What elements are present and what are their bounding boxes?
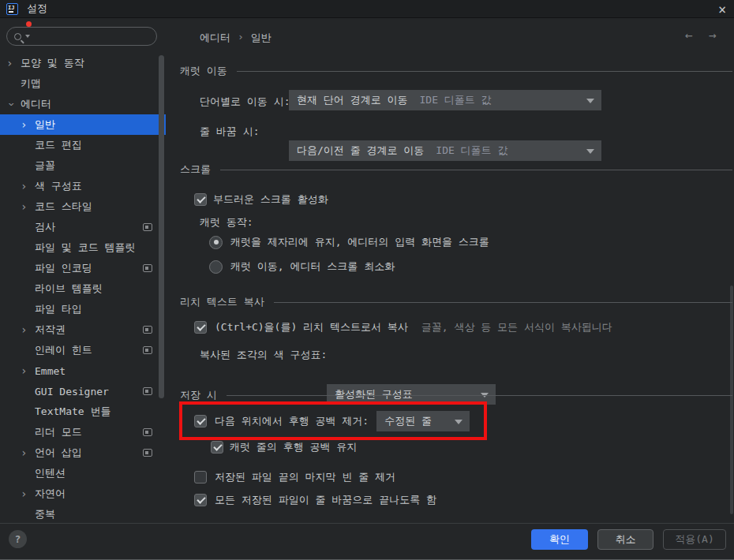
- sidebar-item-textmate-bundles[interactable]: ›TextMate 번들: [0, 401, 166, 422]
- close-icon[interactable]: ×: [710, 0, 734, 18]
- sidebar-item-file-types[interactable]: ›파일 타입: [0, 299, 166, 319]
- sidebar-item-language-injections[interactable]: ›언어 삽입: [0, 442, 166, 463]
- chevron-down-icon: [455, 420, 462, 424]
- sidebar-item-file-encodings[interactable]: ›파일 인코딩: [0, 258, 166, 278]
- project-settings-icon: [143, 387, 152, 395]
- ensure-newline-label: 모든 저장된 파일이 줄 바꿈으로 끝나도록 함: [215, 493, 436, 507]
- section-scrolling: 스크롤: [180, 162, 732, 177]
- smooth-scroll-checkbox[interactable]: [194, 193, 207, 206]
- project-settings-icon: [143, 346, 152, 354]
- sidebar-item-label: 검사: [35, 220, 55, 234]
- sidebar-item-font[interactable]: ›글꼴: [0, 155, 166, 176]
- chevron-right-icon[interactable]: ›: [6, 58, 21, 69]
- keep-caret-whitespace-option[interactable]: 캐럿 줄의 후행 공백 유지: [211, 437, 357, 457]
- word-move-label: 단어별로 이동 시:: [200, 95, 290, 109]
- sidebar-item-natural-languages[interactable]: ›자연어: [0, 483, 166, 504]
- strip-whitespace-option[interactable]: 다음 위치에서 후행 공백 제거: 수정된 줄: [194, 411, 470, 431]
- sidebar-item-label: 키맵: [21, 77, 41, 91]
- rich-copy-option[interactable]: (Ctrl+C)을(를) 리치 텍스트로서 복사 글꼴, 색상 등 모든 서식이…: [194, 317, 612, 338]
- caret-keep-option[interactable]: 캐럿을 제자리에 유지, 에디터의 입력 화면을 스크롤: [209, 235, 489, 249]
- breadcrumb-general: 일반: [251, 31, 272, 45]
- sidebar-item-appearance-behavior[interactable]: ›모양 및 동작: [0, 53, 166, 73]
- keep-caret-whitespace-checkbox[interactable]: [211, 441, 223, 454]
- sidebar-item-label: 코드 스타일: [35, 200, 92, 214]
- remove-blank-lines-label: 저장된 파일 끝의 마지막 빈 줄 제거: [215, 470, 395, 484]
- remove-blank-lines-option[interactable]: 저장된 파일 끝의 마지막 빈 줄 제거: [194, 467, 395, 487]
- back-arrow-icon[interactable]: ←: [685, 28, 693, 43]
- ensure-newline-checkbox[interactable]: [194, 494, 207, 506]
- keep-caret-whitespace-label: 캐럿 줄의 후행 공백 유지: [230, 440, 357, 454]
- ensure-newline-option[interactable]: 모든 저장된 파일이 줄 바꿈으로 끝나도록 함: [194, 490, 436, 510]
- strip-whitespace-select[interactable]: 수정된 줄: [376, 411, 470, 431]
- sidebar-item-keymap[interactable]: ›키맵: [0, 73, 166, 94]
- chevron-right-icon[interactable]: ›: [21, 181, 35, 192]
- sidebar-item-inspections[interactable]: ›검사: [0, 217, 166, 237]
- section-on-save: 저장 시: [180, 388, 732, 402]
- sidebar-item-label: 파일 및 코드 템플릿: [35, 241, 135, 255]
- sidebar-item-gui-designer[interactable]: ›GUI Designer: [0, 381, 166, 401]
- strip-whitespace-label: 다음 위치에서 후행 공백 제거:: [215, 414, 369, 428]
- section-title: 캐럿 이동: [180, 64, 227, 78]
- chevron-right-icon[interactable]: ›: [21, 365, 35, 376]
- sidebar-item-editor[interactable]: ›에디터: [0, 94, 166, 114]
- chevron-right-icon[interactable]: ›: [21, 324, 35, 335]
- sidebar-item-live-templates[interactable]: ›라이브 템플릿: [0, 278, 166, 299]
- sidebar-item-reader-mode[interactable]: ›리더 모드: [0, 422, 166, 442]
- caret-move-radio[interactable]: [209, 260, 223, 274]
- section-rich-copy: 리치 텍스트 복사: [180, 295, 732, 309]
- section-title: 리치 텍스트 복사: [180, 295, 264, 309]
- sidebar-item-general[interactable]: ›일반: [0, 114, 166, 135]
- help-button[interactable]: ?: [9, 530, 27, 548]
- sidebar-scrollbar-thumb[interactable]: [159, 55, 164, 398]
- caret-keep-label: 캐럿을 제자리에 유지, 에디터의 입력 화면을 스크롤: [230, 235, 489, 249]
- settings-tree: ›모양 및 동작›키맵›에디터›일반›코드 편집›글꼴›색 구성표›코드 스타일…: [0, 53, 166, 525]
- strip-whitespace-checkbox[interactable]: [194, 415, 207, 427]
- sidebar-item-label: 저작권: [35, 323, 66, 337]
- line-wrap-select[interactable]: 다음/이전 줄 경계로 이동 IDE 디폴트 값: [289, 140, 601, 161]
- line-wrap-value: 다음/이전 줄 경계로 이동: [297, 144, 424, 158]
- chevron-right-icon[interactable]: ›: [21, 119, 35, 130]
- rich-copy-label: (Ctrl+C)을(를) 리치 텍스트로서 복사: [215, 320, 408, 334]
- sidebar-item-emmet[interactable]: ›Emmet: [0, 360, 166, 381]
- caret-move-label: 캐럿 이동, 에디터 스크롤 최소화: [230, 259, 395, 274]
- sidebar-item-label: 자연어: [35, 487, 66, 501]
- sidebar-item-copyright[interactable]: ›저작권: [0, 319, 166, 340]
- search-icon: [14, 33, 21, 40]
- sidebar-item-duplicates[interactable]: ›중복: [0, 504, 166, 525]
- sidebar-item-inlay-hints[interactable]: ›인레이 힌트: [0, 340, 166, 360]
- remove-blank-lines-checkbox[interactable]: [194, 471, 207, 483]
- sidebar-item-label: 리더 모드: [35, 425, 82, 439]
- ide-default-hint: IDE 디폴트 값: [419, 93, 491, 107]
- sidebar-item-label: 라이브 템플릿: [35, 282, 103, 296]
- sidebar-item-file-code-templates[interactable]: ›파일 및 코드 템플릿: [0, 237, 166, 258]
- forward-arrow-icon[interactable]: →: [709, 28, 717, 43]
- sidebar-item-intentions[interactable]: ›인텐션: [0, 463, 166, 483]
- chevron-right-icon[interactable]: ›: [21, 447, 35, 458]
- chevron-down-icon: [586, 99, 594, 103]
- cancel-button[interactable]: 취소: [597, 529, 653, 550]
- chevron-right-icon[interactable]: ›: [21, 488, 35, 499]
- rich-copy-checkbox[interactable]: [194, 321, 207, 334]
- sidebar-item-color-scheme[interactable]: ›색 구성표: [0, 176, 166, 196]
- breadcrumb: 에디터 › 일반: [200, 31, 272, 45]
- chevron-down-icon[interactable]: ›: [6, 101, 17, 115]
- search-options-chevron-icon: [25, 35, 30, 38]
- sidebar-item-label: TextMate 번들: [35, 405, 110, 419]
- chevron-right-icon[interactable]: ›: [21, 201, 35, 212]
- breadcrumb-editor[interactable]: 에디터: [200, 31, 230, 45]
- caret-move-option[interactable]: 캐럿 이동, 에디터 스크롤 최소화: [209, 259, 395, 274]
- line-wrap-label: 줄 바꿈 시:: [200, 125, 259, 139]
- sidebar-item-label: 중복: [35, 507, 55, 521]
- sidebar-item-label: 에디터: [21, 97, 51, 111]
- word-move-select[interactable]: 현재 단어 경계로 이동 IDE 디폴트 값: [289, 90, 601, 110]
- sidebar-item-label: 일반: [35, 118, 55, 132]
- sidebar-item-label: 파일 타입: [35, 302, 82, 316]
- ok-button[interactable]: 확인: [531, 529, 588, 550]
- settings-search-input[interactable]: [6, 27, 157, 46]
- sidebar-item-code-editing[interactable]: ›코드 편집: [0, 135, 166, 155]
- settings-dialog: { "colors":{"accent":"#2065d6","okblue":…: [0, 0, 734, 560]
- sidebar-item-label: 글꼴: [35, 159, 55, 173]
- caret-keep-radio[interactable]: [209, 236, 223, 249]
- sidebar-item-code-style[interactable]: ›코드 스타일: [0, 196, 166, 217]
- smooth-scroll-option[interactable]: 부드러운 스크롤 활성화: [194, 189, 328, 210]
